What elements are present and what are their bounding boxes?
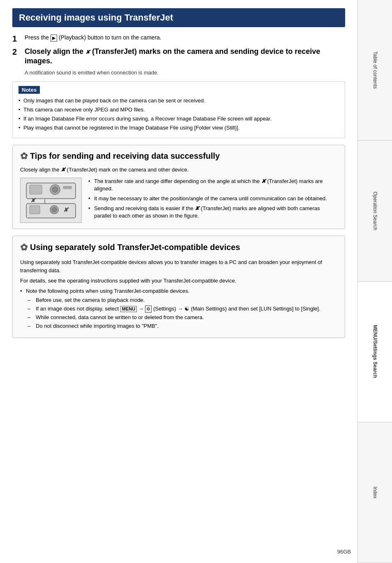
tips-content: ✘ ✘ The transfer rate and range differ d… (20, 178, 337, 223)
page-title: Receiving images using TransferJet (12, 8, 345, 27)
list-item: This camera can receive only JPEG and MP… (18, 106, 339, 114)
sidebar-tab-label: MENU/Settings Search (372, 325, 378, 378)
tips-intro: Closely align the ✘ (TransferJet) mark o… (20, 167, 337, 173)
using-section-icon: ✿ (20, 242, 28, 254)
transferjet-mark-tips: ✘ (61, 167, 65, 173)
list-item: If an image does not display, select MEN… (28, 305, 337, 313)
step-2: 2 Closely align the ✘ (TransferJet) mark… (12, 47, 345, 66)
steps-container: 1 Press the ▶ (Playback) button to turn … (12, 34, 345, 76)
sidebar-tab-label: Index (372, 487, 378, 498)
sidebar-tab-label: Operation Search (372, 192, 378, 230)
svg-text:✘: ✘ (30, 197, 36, 204)
using-para-2: For details, see the operating instructi… (20, 277, 337, 285)
list-item: While connected, data cannot be written … (28, 314, 337, 321)
tips-title: ✿ Tips for sending and receiving data su… (20, 151, 337, 162)
list-item: If an Image Database File error occurs d… (18, 115, 339, 123)
tips-icon: ✿ (20, 151, 28, 162)
svg-point-9 (52, 207, 57, 212)
svg-rect-4 (63, 186, 71, 189)
playback-button-icon: ▶ (51, 35, 57, 42)
notes-list: Only images that can be played back on t… (18, 97, 339, 132)
step-2-subtext: A notification sound is emitted when con… (25, 70, 345, 76)
using-section-title-text: Using separately sold TransferJet-compat… (30, 242, 240, 253)
using-sub-list: Before use, set the camera to playback m… (28, 297, 337, 330)
step-1: 1 Press the ▶ (Playback) button to turn … (12, 34, 345, 44)
svg-text:✘: ✘ (63, 206, 69, 213)
tj-mark-bullet3: ✘ (195, 205, 199, 212)
using-para-1: Using separately sold TransferJet-compat… (20, 258, 337, 274)
list-item: Only images that can be played back on t… (18, 97, 339, 104)
using-bullets: Note the following points when using Tra… (20, 287, 337, 295)
list-item: Before use, set the camera to playback m… (28, 297, 337, 304)
tips-title-text: Tips for sending and receiving data succ… (30, 151, 220, 161)
tips-box: ✿ Tips for sending and receiving data su… (12, 145, 345, 229)
notes-label: Notes (18, 86, 40, 94)
tips-bullets-list: The transfer rate and range differ depen… (88, 178, 337, 222)
list-item: Sending and receiving data is easier if … (88, 205, 337, 220)
arrow-2: → (178, 306, 184, 312)
menu-icon: MENU (120, 306, 137, 312)
sidebar: Table of contents Operation Search MENU/… (357, 0, 392, 563)
tj-mark-bullet1: ✘ (261, 178, 266, 185)
list-item: Note the following points when using Tra… (20, 287, 337, 295)
camera-illustration: ✘ ✘ (20, 178, 82, 223)
list-item: The transfer rate and range differ depen… (88, 178, 337, 192)
sidebar-tab-operation-search[interactable]: Operation Search (358, 141, 392, 281)
svg-rect-1 (30, 185, 42, 194)
sidebar-tab-index[interactable]: Index (358, 422, 392, 563)
list-item: It may be necessary to alter the positio… (88, 195, 337, 202)
step-2-text: Closely align the ✘ (TransferJet) marks … (25, 47, 345, 66)
svg-rect-7 (30, 206, 40, 214)
sidebar-tab-menu-settings[interactable]: MENU/Settings Search (358, 282, 392, 422)
using-section-title: ✿ Using separately sold TransferJet-comp… (20, 242, 337, 254)
page-number: 96GB (337, 549, 351, 555)
sidebar-tab-label: Table of contents (372, 51, 378, 89)
transferjet-mark-1: ✘ (85, 49, 90, 56)
arrow-1: → (138, 306, 145, 312)
list-item: Play images that cannot be registered in… (18, 124, 339, 132)
step-1-text: Press the ▶ (Playback) button to turn on… (25, 34, 161, 42)
using-section-content: Using separately sold TransferJet-compat… (20, 258, 337, 330)
svg-point-3 (52, 187, 58, 192)
step-2-number: 2 (12, 47, 21, 57)
sidebar-tab-table-of-contents[interactable]: Table of contents (358, 0, 392, 141)
notes-box: Notes Only images that can be played bac… (12, 81, 345, 138)
main-settings-icon: ☯ (184, 306, 189, 312)
step-1-number: 1 (12, 34, 21, 44)
list-item: Do not disconnect while importing images… (28, 322, 337, 330)
using-section: ✿ Using separately sold TransferJet-comp… (12, 236, 345, 338)
settings-icon: ⚙ (145, 306, 152, 313)
